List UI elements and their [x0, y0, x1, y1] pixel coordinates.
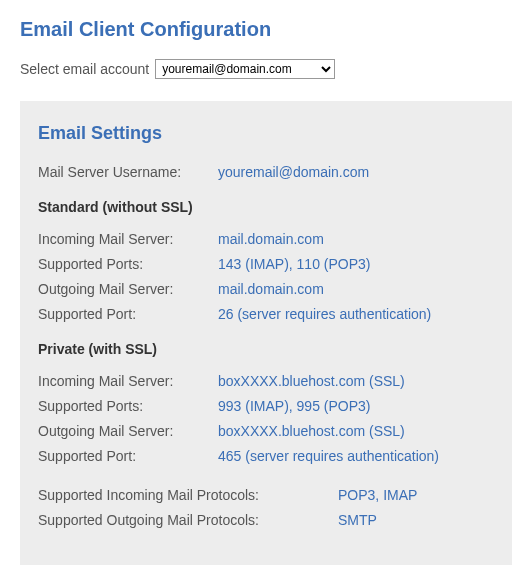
- row-private-port: Supported Port: 465 (server requires aut…: [38, 446, 494, 467]
- label-private-incoming: Incoming Mail Server:: [38, 371, 218, 392]
- value-standard-ports: 143 (IMAP), 110 (POP3): [218, 254, 371, 275]
- email-settings-panel: Email Settings Mail Server Username: you…: [20, 101, 512, 565]
- label-standard-outgoing: Outgoing Mail Server:: [38, 279, 218, 300]
- label-protocol-incoming: Supported Incoming Mail Protocols:: [38, 485, 338, 506]
- row-private-ports: Supported Ports: 993 (IMAP), 995 (POP3): [38, 396, 494, 417]
- settings-heading: Email Settings: [38, 123, 494, 144]
- value-standard-outgoing: mail.domain.com: [218, 279, 324, 300]
- label-username: Mail Server Username:: [38, 162, 218, 183]
- value-private-ports: 993 (IMAP), 995 (POP3): [218, 396, 371, 417]
- row-private-incoming: Incoming Mail Server: boxXXXX.bluehost.c…: [38, 371, 494, 392]
- label-private-outgoing: Outgoing Mail Server:: [38, 421, 218, 442]
- value-protocol-incoming: POP3, IMAP: [338, 485, 417, 506]
- label-private-ports: Supported Ports:: [38, 396, 218, 417]
- row-standard-incoming: Incoming Mail Server: mail.domain.com: [38, 229, 494, 250]
- label-private-port: Supported Port:: [38, 446, 218, 467]
- label-standard-ports: Supported Ports:: [38, 254, 218, 275]
- row-standard-port: Supported Port: 26 (server requires auth…: [38, 304, 494, 325]
- value-protocol-outgoing: SMTP: [338, 510, 377, 531]
- page-title: Email Client Configuration: [20, 18, 512, 41]
- value-private-outgoing: boxXXXX.bluehost.com (SSL): [218, 421, 405, 442]
- row-protocol-outgoing: Supported Outgoing Mail Protocols: SMTP: [38, 510, 494, 531]
- label-standard-incoming: Incoming Mail Server:: [38, 229, 218, 250]
- label-protocol-outgoing: Supported Outgoing Mail Protocols:: [38, 510, 338, 531]
- value-standard-incoming: mail.domain.com: [218, 229, 324, 250]
- value-private-port: 465 (server requires authentication): [218, 446, 439, 467]
- account-select-label: Select email account: [20, 61, 149, 77]
- value-private-incoming: boxXXXX.bluehost.com (SSL): [218, 371, 405, 392]
- row-standard-outgoing: Outgoing Mail Server: mail.domain.com: [38, 279, 494, 300]
- section-private-title: Private (with SSL): [38, 341, 494, 357]
- value-username: youremail@domain.com: [218, 162, 369, 183]
- section-standard-title: Standard (without SSL): [38, 199, 494, 215]
- account-select[interactable]: youremail@domain.com: [155, 59, 335, 79]
- value-standard-port: 26 (server requires authentication): [218, 304, 431, 325]
- row-protocol-incoming: Supported Incoming Mail Protocols: POP3,…: [38, 485, 494, 506]
- label-standard-port: Supported Port:: [38, 304, 218, 325]
- row-private-outgoing: Outgoing Mail Server: boxXXXX.bluehost.c…: [38, 421, 494, 442]
- row-username: Mail Server Username: youremail@domain.c…: [38, 162, 494, 183]
- row-standard-ports: Supported Ports: 143 (IMAP), 110 (POP3): [38, 254, 494, 275]
- account-selector-row: Select email account youremail@domain.co…: [20, 59, 512, 79]
